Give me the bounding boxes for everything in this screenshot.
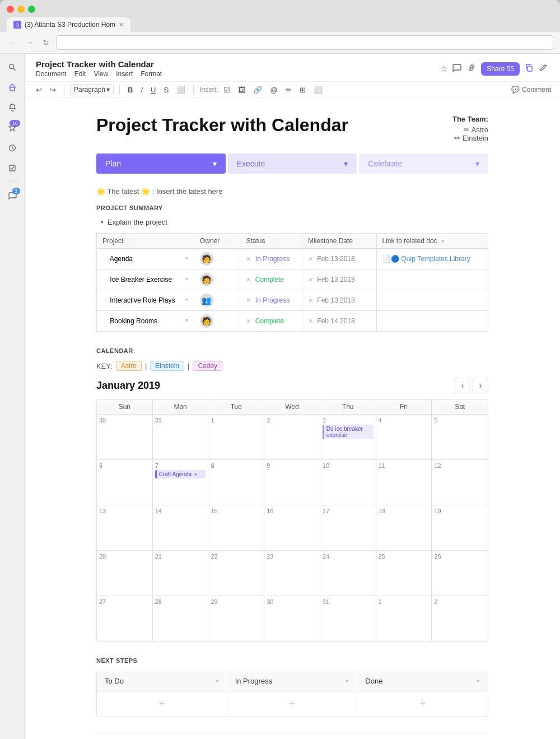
strikethrough-button[interactable]: S: [161, 85, 171, 95]
sort-project[interactable]: ⋮: [128, 238, 133, 244]
cal-cell[interactable]: 31: [153, 415, 209, 459]
cal-cell[interactable]: 18: [376, 505, 432, 550]
sidebar-item-messages[interactable]: 3: [3, 187, 21, 204]
browser-tab[interactable]: Q (3) Atlanta S3 Production Hom ✕: [7, 17, 130, 32]
menu-insert[interactable]: Insert: [116, 70, 133, 78]
insert-mention-button[interactable]: @: [268, 85, 279, 95]
cal-cell[interactable]: 12: [432, 460, 488, 505]
close-window-button[interactable]: [7, 6, 14, 13]
bold-button[interactable]: B: [125, 85, 135, 95]
paragraph-selector[interactable]: Paragraph ▾: [70, 84, 114, 95]
quip-link-1[interactable]: 📄🔵 Quip Templates Library: [382, 255, 483, 263]
insert-checkbox-button[interactable]: ☑: [221, 85, 232, 95]
cal-cell[interactable]: 27: [97, 596, 153, 641]
cal-cell[interactable]: 5: [432, 415, 488, 459]
date-x-3[interactable]: ✕: [308, 297, 313, 304]
cal-cell[interactable]: 19: [432, 505, 488, 550]
menu-edit[interactable]: Edit: [74, 70, 86, 78]
cal-cell[interactable]: 15: [208, 505, 264, 550]
share-button[interactable]: Share 55: [481, 62, 520, 76]
cal-event-craft-agenda[interactable]: Craft Agenda ▾: [155, 470, 206, 478]
date-x-4[interactable]: ✕: [308, 318, 313, 324]
cal-cell[interactable]: 2: [264, 415, 320, 459]
insert-table-button[interactable]: ⊞: [297, 85, 308, 95]
cal-cell[interactable]: 22: [208, 551, 264, 596]
row-handle-4[interactable]: ⋮: [102, 318, 108, 324]
insert-image-button[interactable]: 🖼: [236, 85, 248, 95]
cal-cell[interactable]: 2: [432, 596, 488, 641]
insert-link-button[interactable]: 🔗: [251, 85, 264, 95]
cal-cell[interactable]: 23: [264, 551, 320, 596]
cal-cell[interactable]: 26: [432, 551, 488, 596]
status-x-1[interactable]: ✕: [246, 255, 251, 262]
cal-cell[interactable]: 16: [264, 505, 320, 550]
kanban-done-add[interactable]: +: [357, 691, 488, 717]
insert-more-button[interactable]: ⬜: [311, 85, 325, 95]
cal-cell[interactable]: 20: [97, 551, 153, 596]
cal-cell[interactable]: 31: [320, 596, 376, 641]
row-expand-1[interactable]: ▾: [185, 255, 188, 261]
row-handle-2[interactable]: ⋮: [102, 277, 108, 283]
status-x-2[interactable]: ✕: [246, 276, 251, 283]
cal-cell[interactable]: 14: [153, 505, 209, 550]
menu-document[interactable]: Document: [36, 70, 67, 78]
tab-close-button[interactable]: ✕: [119, 21, 124, 29]
cal-cell[interactable]: 8: [208, 460, 264, 505]
sort-date[interactable]: ⋮: [357, 238, 362, 244]
comment-button[interactable]: 💬 Comment: [511, 86, 551, 94]
underline-button[interactable]: U: [148, 85, 158, 95]
cal-event-ice-breaker[interactable]: Do ice breaker exercise: [323, 425, 374, 439]
sort-owner[interactable]: ⋮: [224, 238, 230, 244]
cal-cell[interactable]: 6: [97, 460, 153, 505]
sidebar-item-tasks[interactable]: [3, 159, 21, 177]
redo-button[interactable]: ↪: [48, 85, 58, 95]
chat-action-icon[interactable]: [452, 63, 462, 75]
phase-execute[interactable]: Execute ▾: [228, 154, 357, 174]
phase-plan[interactable]: Plan ▾: [96, 154, 226, 174]
edit-icon[interactable]: [539, 63, 549, 75]
row-handle-1[interactable]: ⋮: [102, 256, 108, 262]
italic-button[interactable]: I: [138, 85, 145, 95]
row-expand-4[interactable]: ▾: [185, 317, 188, 323]
sidebar-item-starred[interactable]: 10: [3, 119, 21, 137]
cal-cell[interactable]: 30: [97, 415, 153, 459]
sidebar-item-search[interactable]: [3, 58, 21, 76]
kanban-todo-add[interactable]: +: [97, 691, 227, 717]
cal-cell[interactable]: 13: [97, 505, 153, 550]
cal-cell[interactable]: 17: [320, 505, 376, 550]
row-expand-2[interactable]: ▾: [185, 276, 188, 282]
reload-button[interactable]: ↻: [40, 37, 52, 48]
cal-cell[interactable]: 3 Do ice breaker exercise: [320, 415, 376, 459]
bookmark-icon[interactable]: ☆: [440, 63, 447, 74]
link-action-icon[interactable]: [466, 63, 477, 75]
menu-view[interactable]: View: [94, 70, 108, 78]
cal-cell[interactable]: 1: [376, 596, 432, 641]
sidebar-item-recent[interactable]: [3, 139, 21, 157]
row-handle-3[interactable]: ⋮: [102, 298, 108, 304]
kanban-inprogress-expand[interactable]: ▾: [346, 677, 349, 685]
code-button[interactable]: ⬜: [174, 85, 188, 95]
back-button[interactable]: ←: [7, 37, 19, 48]
link-copy-icon[interactable]: [524, 63, 534, 75]
cal-cell[interactable]: 25: [376, 551, 432, 596]
kanban-done-expand[interactable]: ▾: [477, 677, 480, 685]
calendar-next-button[interactable]: ›: [473, 378, 488, 393]
kanban-inprogress-add[interactable]: +: [227, 691, 357, 717]
forward-button[interactable]: →: [24, 37, 36, 48]
menu-format[interactable]: Format: [141, 70, 162, 78]
phase-celebrate[interactable]: Celebrate ▾: [359, 154, 488, 174]
row-expand-3[interactable]: ▾: [185, 296, 188, 303]
date-x-1[interactable]: ✕: [308, 255, 313, 262]
insert-highlight-button[interactable]: ✏: [283, 85, 294, 95]
sort-link[interactable]: ▾: [441, 238, 444, 244]
minimize-window-button[interactable]: [17, 6, 25, 13]
cal-cell[interactable]: 30: [264, 596, 320, 641]
calendar-prev-button[interactable]: ‹: [455, 378, 470, 393]
cal-cell[interactable]: 7 Craft Agenda ▾: [153, 460, 209, 505]
address-bar[interactable]: [56, 35, 553, 50]
cal-cell[interactable]: 29: [208, 596, 264, 641]
cal-cell[interactable]: 24: [320, 551, 376, 596]
maximize-window-button[interactable]: [28, 6, 35, 13]
sort-status[interactable]: ⋮: [269, 238, 275, 244]
date-x-2[interactable]: ✕: [308, 276, 313, 283]
